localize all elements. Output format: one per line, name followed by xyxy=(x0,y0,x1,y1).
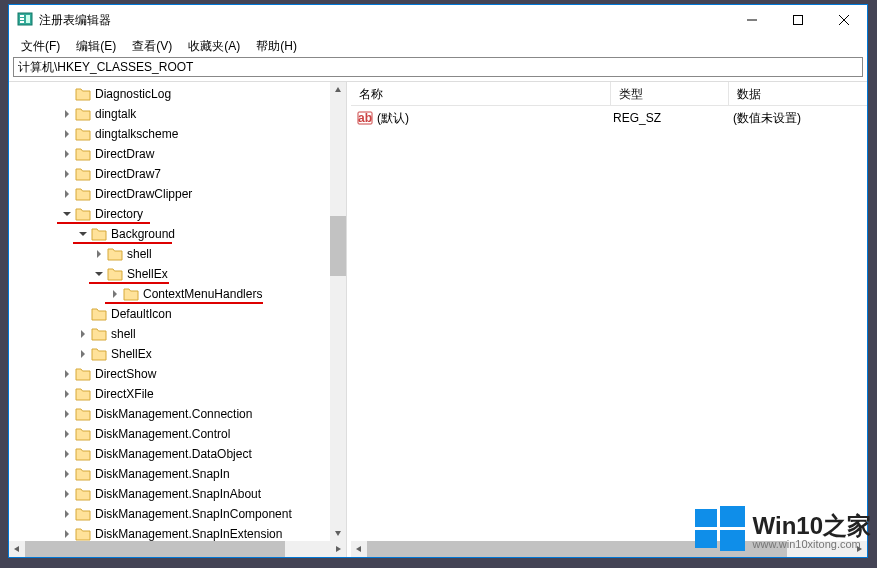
tree-item[interactable]: DiskManagement.Connection xyxy=(9,404,346,424)
menu-view[interactable]: 查看(V) xyxy=(126,36,178,57)
chevron-down-icon[interactable] xyxy=(93,268,105,280)
tree-item[interactable]: shell xyxy=(9,324,346,344)
scroll-thumb-horizontal[interactable] xyxy=(25,541,285,557)
column-type[interactable]: 类型 xyxy=(611,82,729,105)
tree-item[interactable]: Background xyxy=(9,224,346,244)
chevron-right-icon[interactable] xyxy=(109,288,121,300)
chevron-down-icon[interactable] xyxy=(61,208,73,220)
values-list[interactable]: ab (默认) REG_SZ (数值未设置) xyxy=(351,106,867,541)
column-name[interactable]: 名称 xyxy=(351,82,611,105)
tree-item-label: DirectXFile xyxy=(95,387,154,401)
folder-icon xyxy=(91,347,107,361)
chevron-right-icon[interactable] xyxy=(77,348,89,360)
tree-item[interactable]: DirectDraw xyxy=(9,144,346,164)
scroll-right-button[interactable] xyxy=(330,541,346,557)
tree-item[interactable]: DiskManagement.SnapInExtension xyxy=(9,524,346,541)
tree-vertical-scrollbar[interactable] xyxy=(330,82,346,541)
folder-icon xyxy=(75,427,91,441)
tree-item[interactable]: dingtalkscheme xyxy=(9,124,346,144)
tree-item-label: DiskManagement.Control xyxy=(95,427,230,441)
tree-item[interactable]: ShellEx xyxy=(9,344,346,364)
tree-horizontal-scrollbar[interactable] xyxy=(9,541,346,557)
chevron-right-icon[interactable] xyxy=(61,148,73,160)
tree-item[interactable]: DiskManagement.SnapInComponent xyxy=(9,504,346,524)
folder-icon xyxy=(75,167,91,181)
tree-item-label: shell xyxy=(127,247,152,261)
tree-item-label: Background xyxy=(111,227,175,241)
tree-item[interactable]: Directory xyxy=(9,204,346,224)
chevron-right-icon[interactable] xyxy=(61,448,73,460)
folder-icon xyxy=(75,127,91,141)
chevron-right-icon[interactable] xyxy=(93,248,105,260)
tree-item-label: DirectDraw7 xyxy=(95,167,161,181)
chevron-right-icon[interactable] xyxy=(61,388,73,400)
scroll-right-button[interactable] xyxy=(851,541,867,557)
menu-bar: 文件(F) 编辑(E) 查看(V) 收藏夹(A) 帮助(H) xyxy=(9,35,867,57)
chevron-right-icon[interactable] xyxy=(61,468,73,480)
column-data[interactable]: 数据 xyxy=(729,82,867,105)
chevron-right-icon[interactable] xyxy=(61,408,73,420)
window-title: 注册表编辑器 xyxy=(39,12,729,29)
chevron-right-icon[interactable] xyxy=(61,188,73,200)
tree-item-label: Directory xyxy=(95,207,143,221)
folder-icon xyxy=(75,487,91,501)
chevron-right-icon[interactable] xyxy=(61,488,73,500)
svg-marker-11 xyxy=(14,546,19,552)
tree-item-label: DiskManagement.SnapInExtension xyxy=(95,527,282,541)
chevron-right-icon[interactable] xyxy=(61,508,73,520)
tree-item[interactable]: ContextMenuHandlers xyxy=(9,284,346,304)
registry-tree[interactable]: DiagnosticLogdingtalkdingtalkschemeDirec… xyxy=(9,82,346,541)
scroll-thumb-horizontal[interactable] xyxy=(367,541,787,557)
value-row[interactable]: ab (默认) REG_SZ (数值未设置) xyxy=(351,108,867,128)
scroll-up-button[interactable] xyxy=(330,82,346,98)
chevron-right-icon[interactable] xyxy=(61,128,73,140)
values-pane: 名称 类型 数据 ab (默认) REG_SZ (数值未设置) xyxy=(351,82,867,557)
folder-icon xyxy=(75,507,91,521)
chevron-right-icon[interactable] xyxy=(61,108,73,120)
regedit-icon xyxy=(17,11,33,30)
tree-item[interactable]: DirectShow xyxy=(9,364,346,384)
folder-icon xyxy=(75,447,91,461)
tree-item-label: DiskManagement.SnapInComponent xyxy=(95,507,292,521)
tree-item[interactable]: DiskManagement.SnapInAbout xyxy=(9,484,346,504)
menu-help[interactable]: 帮助(H) xyxy=(250,36,303,57)
tree-item-label: DiskManagement.SnapIn xyxy=(95,467,230,481)
tree-item-label: dingtalk xyxy=(95,107,136,121)
chevron-right-icon[interactable] xyxy=(61,528,73,540)
scroll-left-button[interactable] xyxy=(351,541,367,557)
minimize-button[interactable] xyxy=(729,5,775,35)
tree-item[interactable]: DirectDrawClipper xyxy=(9,184,346,204)
svg-rect-6 xyxy=(794,16,803,25)
tree-item[interactable]: shell xyxy=(9,244,346,264)
folder-icon xyxy=(75,407,91,421)
tree-item-label: DirectDrawClipper xyxy=(95,187,192,201)
svg-rect-4 xyxy=(26,15,30,23)
close-button[interactable] xyxy=(821,5,867,35)
chevron-right-icon[interactable] xyxy=(61,428,73,440)
chevron-down-icon[interactable] xyxy=(77,228,89,240)
scroll-thumb-vertical[interactable] xyxy=(330,216,346,276)
tree-item[interactable]: dingtalk xyxy=(9,104,346,124)
menu-favorites[interactable]: 收藏夹(A) xyxy=(182,36,246,57)
scroll-down-button[interactable] xyxy=(330,525,346,541)
tree-item[interactable]: DirectDraw7 xyxy=(9,164,346,184)
menu-file[interactable]: 文件(F) xyxy=(15,36,66,57)
tree-item-label: DefaultIcon xyxy=(111,307,172,321)
menu-edit[interactable]: 编辑(E) xyxy=(70,36,122,57)
chevron-right-icon[interactable] xyxy=(77,328,89,340)
chevron-right-icon[interactable] xyxy=(61,368,73,380)
tree-item-label: DiskManagement.SnapInAbout xyxy=(95,487,261,501)
maximize-button[interactable] xyxy=(775,5,821,35)
address-bar[interactable]: 计算机\HKEY_CLASSES_ROOT xyxy=(13,57,863,77)
values-horizontal-scrollbar[interactable] xyxy=(351,541,867,557)
tree-item[interactable]: DiskManagement.SnapIn xyxy=(9,464,346,484)
tree-item[interactable]: DirectXFile xyxy=(9,384,346,404)
chevron-right-icon[interactable] xyxy=(61,168,73,180)
tree-item[interactable]: DiagnosticLog xyxy=(9,84,346,104)
tree-item[interactable]: DiskManagement.DataObject xyxy=(9,444,346,464)
tree-item[interactable]: ShellEx xyxy=(9,264,346,284)
tree-item[interactable]: DefaultIcon xyxy=(9,304,346,324)
scroll-left-button[interactable] xyxy=(9,541,25,557)
title-bar[interactable]: 注册表编辑器 xyxy=(9,5,867,35)
tree-item[interactable]: DiskManagement.Control xyxy=(9,424,346,444)
